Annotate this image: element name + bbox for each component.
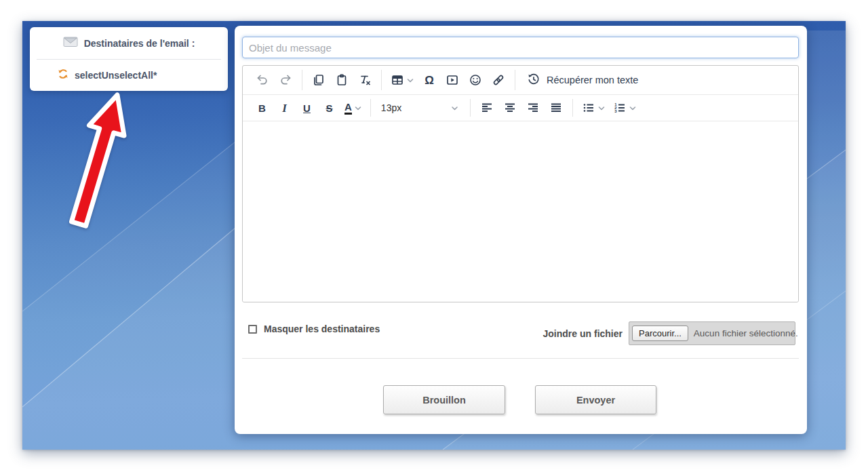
red-pointer-arrow (50, 82, 158, 238)
toolbar-separator (381, 70, 382, 90)
font-size-select[interactable]: 13px (376, 98, 465, 118)
align-right-button[interactable] (521, 97, 545, 119)
send-button[interactable]: Envoyer (535, 385, 656, 414)
chevron-down-icon (355, 105, 361, 111)
font-size-value: 13px (381, 102, 401, 113)
align-left-icon (480, 101, 494, 115)
file-input[interactable]: Parcourir... Aucun fichier sélectionné. (629, 321, 795, 345)
copy-icon (312, 73, 326, 87)
hide-recipients-option: Masquer les destinataires (248, 323, 380, 334)
insert-link-button[interactable] (487, 69, 510, 91)
browse-button[interactable]: Parcourir... (632, 326, 688, 341)
paste-icon (335, 73, 349, 87)
subject-input[interactable] (242, 37, 799, 58)
numbered-list-button[interactable]: 1 2 3 (609, 97, 640, 119)
align-left-button[interactable] (475, 97, 498, 119)
draft-button[interactable]: Brouillon (383, 385, 505, 414)
font-color-icon: A (344, 102, 352, 115)
toolbar-separator (302, 70, 302, 90)
smiley-icon (469, 73, 482, 87)
align-right-icon (526, 101, 540, 115)
media-icon (446, 73, 459, 87)
editor-toolbar-row1: Ω (243, 66, 798, 95)
editor-toolbar-row2: B I U S A (243, 95, 798, 121)
bulleted-list-button[interactable] (578, 97, 609, 119)
envelope-icon (63, 37, 78, 50)
table-icon (391, 73, 404, 87)
no-file-selected-text: Aucun fichier sélectionné. (694, 328, 798, 338)
emoji-button[interactable] (464, 69, 487, 91)
align-justify-button[interactable] (545, 97, 568, 119)
paste-button[interactable] (330, 69, 353, 91)
redo-icon (279, 73, 292, 87)
recover-text-label: Récupérer mon texte (547, 75, 638, 85)
font-color-button[interactable]: A (340, 97, 366, 119)
toolbar-separator (470, 99, 471, 117)
align-center-icon (503, 101, 517, 115)
chevron-down-icon (451, 102, 458, 113)
compose-panel: Ω (235, 26, 807, 434)
italic-icon: I (282, 102, 287, 114)
hide-recipients-label: Masquer les destinataires (264, 323, 380, 334)
options-row: Masquer les destinataires Joindre un fic… (242, 321, 799, 349)
remove-format-button[interactable] (353, 69, 376, 91)
toolbar-separator (572, 99, 573, 117)
align-center-button[interactable] (498, 97, 521, 119)
insert-table-button[interactable] (387, 69, 418, 91)
refresh-arrows-icon (57, 68, 69, 82)
footer-divider (242, 358, 799, 359)
recipients-header: Destinataires de l'email : (30, 27, 228, 59)
bold-icon: B (258, 103, 266, 113)
hide-recipients-checkbox[interactable] (248, 325, 257, 334)
remove-format-icon (358, 73, 372, 87)
history-icon (527, 73, 540, 88)
rich-text-editor: Ω (242, 65, 799, 302)
numbered-list-icon: 1 2 3 (613, 101, 627, 115)
toolbar-separator (370, 99, 371, 117)
recipients-title: Destinataires de l'email : (84, 38, 195, 49)
omega-icon: Ω (425, 75, 434, 86)
media-embed-button[interactable] (441, 69, 464, 91)
chevron-down-icon (407, 77, 414, 83)
strikethrough-button[interactable]: S (318, 97, 340, 119)
redo-button[interactable] (274, 69, 297, 91)
special-character-button[interactable]: Ω (418, 69, 441, 91)
strikethrough-icon: S (326, 103, 332, 113)
attach-file-option: Joindre un fichier Parcourir... Aucun fi… (543, 321, 795, 345)
toolbar-separator (515, 70, 515, 90)
undo-button[interactable] (251, 69, 274, 91)
chevron-down-icon (598, 105, 605, 111)
copy-button[interactable] (307, 69, 330, 91)
bold-button[interactable]: B (251, 97, 273, 119)
italic-button[interactable]: I (273, 97, 296, 119)
underline-button[interactable]: U (296, 97, 318, 119)
select-unselect-all-label: selectUnselectAll* (75, 70, 157, 81)
bulleted-list-icon (582, 101, 595, 115)
chevron-down-icon (629, 105, 636, 111)
svg-text:3: 3 (614, 109, 617, 113)
link-icon (492, 73, 505, 87)
underline-icon: U (303, 103, 311, 113)
align-justify-icon (549, 101, 563, 115)
recover-text-button[interactable]: Récupérer mon texte (520, 69, 645, 91)
undo-icon (256, 73, 269, 87)
recipients-panel: Destinataires de l'email : selectUnselec… (30, 27, 228, 91)
attach-file-label: Joindre un fichier (543, 328, 623, 339)
editor-body[interactable] (243, 121, 798, 302)
desktop-wallpaper: Destinataires de l'email : selectUnselec… (22, 21, 846, 450)
